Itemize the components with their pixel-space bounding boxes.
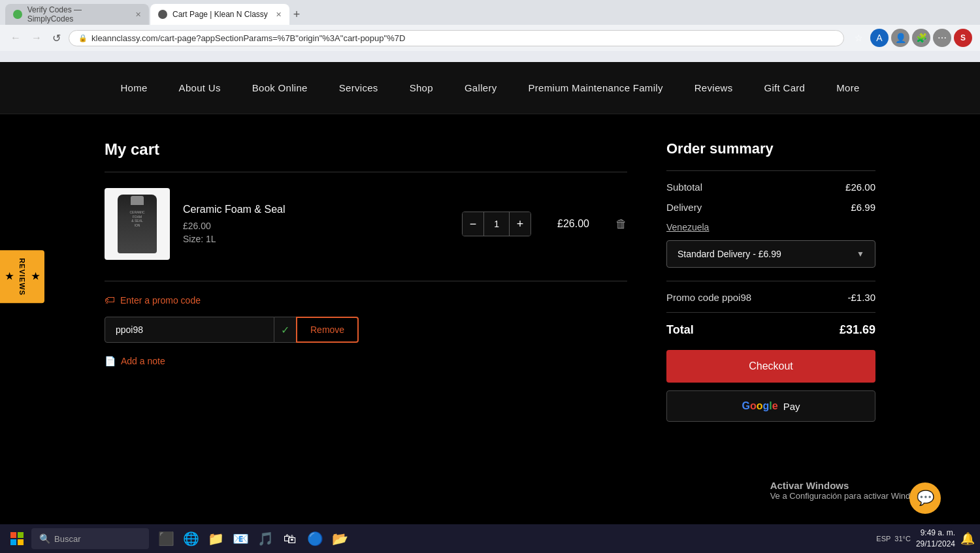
taskbar-date-text: 29/11/2024 (916, 539, 955, 550)
star-icon[interactable]: ☆ (849, 29, 868, 47)
tab-bar: Verify Codes — SimplyCodes ✕ Cart Page |… (0, 0, 980, 25)
promo-label[interactable]: 🏷 Enter a promo code (105, 294, 627, 306)
taskbar-search-box[interactable]: 🔍 Buscar (31, 528, 149, 549)
cart-section: My cart CERAMICFOAM& SEALION Ceramic Foa… (105, 140, 627, 527)
taskbar-right: ESP 31°C 9:49 a. m. 29/11/2024 🔔 (876, 528, 975, 550)
order-divider-top (666, 170, 875, 171)
nav-about[interactable]: About Us (179, 82, 221, 93)
promo-discount-value: -£1.30 (847, 292, 875, 303)
nav-gift[interactable]: Gift Card (764, 82, 806, 93)
subtotal-label: Subtotal (666, 182, 702, 193)
promo-section: 🏷 Enter a promo code ✓ Remove (105, 294, 627, 343)
reviews-tab[interactable]: ★ REVIEWS ★ (0, 250, 44, 304)
nav-shop[interactable]: Shop (410, 82, 433, 93)
delete-item-button[interactable]: 🗑 (615, 217, 627, 231)
taskbar-edge-icon[interactable]: 🌐 (179, 527, 203, 550)
browser-chrome: Verify Codes — SimplyCodes ✕ Cart Page |… (0, 0, 980, 62)
taskbar-store-icon[interactable]: 🛍 (278, 527, 302, 550)
nav-more[interactable]: More (836, 82, 859, 93)
taskbar-music-icon[interactable]: 🎵 (253, 527, 277, 550)
tab-cart-label: Cart Page | Klean N Classy (172, 10, 268, 19)
total-value: £31.69 (840, 323, 875, 337)
nav-home[interactable]: Home (120, 82, 147, 93)
promo-input-row: ✓ Remove (105, 317, 627, 343)
windows-logo-icon (10, 532, 24, 545)
cart-divider (105, 172, 627, 172)
address-bar-row: ← → ↺ 🔒 kleannclassy.com/cart-page?appSe… (0, 25, 980, 51)
gpay-button[interactable]: Google Pay (666, 390, 875, 422)
new-tab-button[interactable]: + (293, 8, 301, 22)
product-details: Ceramic Foam & Seal £26.00 Size: 1L (183, 204, 449, 244)
product-total: £26.00 (557, 218, 589, 230)
promo-check-icon: ✓ (274, 317, 296, 343)
address-bar[interactable]: 🔒 kleannclassy.com/cart-page?appSectionP… (69, 30, 844, 46)
taskbar-sys-tray: ESP 31°C (876, 535, 911, 543)
promo-discount-row: Promo code ppoi98 -£1.30 (666, 292, 875, 303)
checkout-button[interactable]: Checkout (666, 350, 875, 383)
tab-cart[interactable]: Cart Page | Klean N Classy ✕ (150, 4, 289, 25)
nav-book[interactable]: Book Online (252, 82, 308, 93)
product-bottle: CERAMICFOAM& SEALION (118, 195, 157, 253)
nav-services[interactable]: Services (339, 82, 378, 93)
reviews-label: REVIEWS (18, 258, 26, 296)
note-icon: 📄 (105, 356, 116, 366)
promo-label-text: Enter a promo code (120, 295, 201, 306)
taskbar-search-text: Buscar (54, 534, 80, 544)
quantity-decrease-button[interactable]: − (463, 212, 483, 236)
user-avatar[interactable]: S (954, 29, 972, 47)
taskbar-time-text: 9:49 a. m. (916, 528, 955, 539)
tab-favicon-green (13, 10, 22, 19)
nav-gallery[interactable]: Gallery (465, 82, 497, 93)
taskbar-clock[interactable]: 9:49 a. m. 29/11/2024 (916, 528, 955, 550)
promo-remove-button[interactable]: Remove (296, 317, 359, 343)
delivery-value: £6.99 (851, 202, 875, 213)
taskbar-mail-icon[interactable]: 📧 (229, 527, 252, 550)
subtotal-row: Subtotal £26.00 (666, 182, 875, 193)
delivery-option-label: Standard Delivery - £6.99 (678, 249, 781, 259)
refresh-button[interactable]: ↺ (50, 29, 63, 47)
cart-title: My cart (105, 140, 627, 159)
chat-button[interactable]: 💬 (909, 482, 941, 514)
dropdown-arrow-icon: ▼ (857, 249, 864, 259)
profile-icon[interactable]: 👤 (891, 29, 909, 47)
start-button[interactable] (5, 527, 29, 550)
add-note[interactable]: 📄 Add a note (105, 356, 627, 366)
promo-code-input[interactable] (105, 317, 274, 343)
order-summary-panel: Order summary Subtotal £26.00 Delivery £… (666, 140, 875, 527)
taskbar-notification-icon[interactable]: 🔔 (960, 531, 975, 546)
tab-favicon-cart (158, 10, 167, 19)
cart-divider2 (105, 281, 627, 281)
quantity-value: 1 (483, 212, 510, 236)
taskbar-explorer-icon[interactable]: 📁 (204, 527, 227, 550)
nav-reviews[interactable]: Reviews (694, 82, 733, 93)
total-divider (666, 312, 875, 313)
reviews-star-bottom: ★ (4, 271, 14, 282)
taskbar-language: ESP (876, 535, 890, 543)
url-text: kleannclassy.com/cart-page?appSectionPar… (91, 33, 405, 43)
site-nav: Home About Us Book Online Services Shop … (0, 62, 980, 114)
tab-close-1[interactable]: ✕ (135, 10, 141, 19)
taskbar-task-view[interactable]: ⬛ (154, 527, 178, 550)
tab-verify-codes[interactable]: Verify Codes — SimplyCodes ✕ (5, 4, 149, 25)
nav-premium[interactable]: Premium Maintenance Family (529, 82, 663, 93)
bottle-label: CERAMICFOAM& SEALION (127, 210, 146, 227)
back-button[interactable]: ← (8, 29, 24, 46)
taskbar-chrome-icon[interactable]: 🔵 (303, 527, 327, 550)
delivery-country[interactable]: Venezuela (666, 222, 875, 232)
settings-icon[interactable]: ⋯ (933, 29, 951, 47)
translate-icon[interactable]: A (870, 29, 889, 47)
tab-verify-label: Verify Codes — SimplyCodes (27, 5, 127, 24)
order-summary-title: Order summary (666, 140, 875, 157)
product-name: Ceramic Foam & Seal (183, 204, 449, 215)
reviews-star-top: ★ (30, 271, 41, 282)
taskbar-search-icon: 🔍 (39, 533, 50, 544)
bottle-cap (131, 196, 144, 205)
extensions-icon[interactable]: 🧩 (912, 29, 930, 47)
taskbar-files-icon[interactable]: 📂 (328, 527, 351, 550)
tab-close-2[interactable]: ✕ (276, 10, 282, 19)
forward-button[interactable]: → (29, 29, 44, 46)
svg-rect-0 (10, 532, 16, 538)
quantity-increase-button[interactable]: + (510, 212, 531, 236)
total-label: Total (666, 323, 694, 337)
delivery-dropdown[interactable]: Standard Delivery - £6.99 ▼ (666, 240, 875, 268)
